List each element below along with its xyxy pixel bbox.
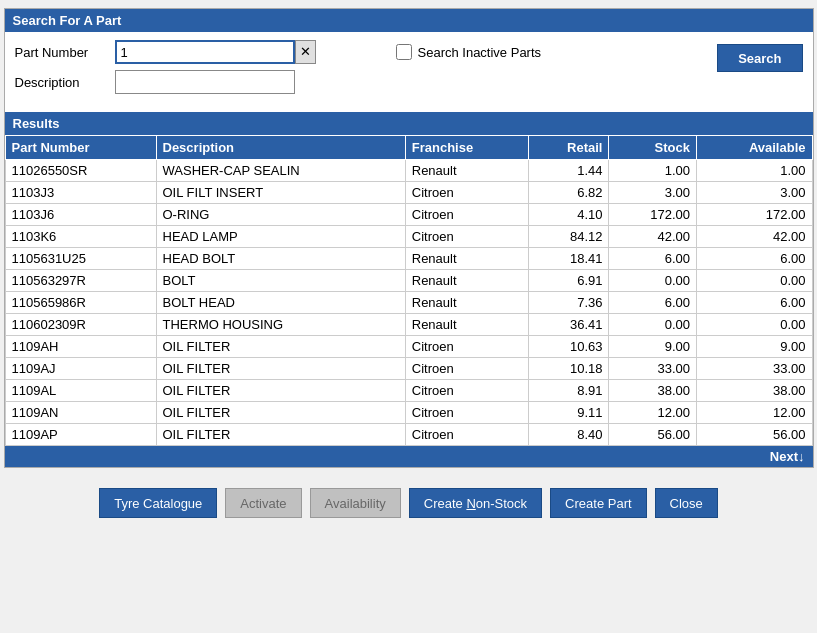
- cell-stock: 0.00: [609, 270, 697, 292]
- results-title: Results: [13, 116, 60, 131]
- cell-franchise: Renault: [405, 248, 528, 270]
- cell-franchise: Citroen: [405, 336, 528, 358]
- cell-available: 12.00: [696, 402, 812, 424]
- cell-description: THERMO HOUSING: [156, 314, 405, 336]
- cell-part-number: 1109AL: [5, 380, 156, 402]
- cell-available: 9.00: [696, 336, 812, 358]
- table-row[interactable]: 110563297R BOLT Renault 6.91 0.00 0.00: [5, 270, 812, 292]
- tyre-catalogue-button[interactable]: Tyre Catalogue: [99, 488, 217, 518]
- cell-part-number: 1103J6: [5, 204, 156, 226]
- search-inactive-checkbox[interactable]: [396, 44, 412, 60]
- panel-title: Search For A Part: [13, 13, 122, 28]
- cell-franchise: Renault: [405, 292, 528, 314]
- cell-part-number: 1105631U25: [5, 248, 156, 270]
- cell-part-number: 110563297R: [5, 270, 156, 292]
- cell-retail: 36.41: [529, 314, 609, 336]
- cell-description: O-RING: [156, 204, 405, 226]
- table-row[interactable]: 1103J6 O-RING Citroen 4.10 172.00 172.00: [5, 204, 812, 226]
- cell-retail: 10.63: [529, 336, 609, 358]
- cell-available: 42.00: [696, 226, 812, 248]
- part-number-input[interactable]: [115, 40, 295, 64]
- cell-part-number: 1109AN: [5, 402, 156, 424]
- cell-description: OIL FILTER: [156, 358, 405, 380]
- cell-available: 3.00: [696, 182, 812, 204]
- panel-header: Search For A Part: [5, 9, 813, 32]
- cell-description: OIL FILTER: [156, 380, 405, 402]
- table-row[interactable]: 1105631U25 HEAD BOLT Renault 18.41 6.00 …: [5, 248, 812, 270]
- cell-description: OIL FILTER: [156, 424, 405, 446]
- next-button[interactable]: Next↓: [5, 446, 813, 467]
- table-row[interactable]: 1109AN OIL FILTER Citroen 9.11 12.00 12.…: [5, 402, 812, 424]
- search-form: Part Number ✕ Search Inactive Parts Desc…: [5, 32, 813, 108]
- cell-description: OIL FILTER: [156, 402, 405, 424]
- col-available: Available: [696, 136, 812, 160]
- cell-franchise: Citroen: [405, 204, 528, 226]
- cell-franchise: Renault: [405, 160, 528, 182]
- search-button[interactable]: Search: [717, 44, 802, 72]
- cell-stock: 3.00: [609, 182, 697, 204]
- cell-available: 6.00: [696, 248, 812, 270]
- clear-part-number-button[interactable]: ✕: [295, 40, 316, 64]
- table-row[interactable]: 110602309R THERMO HOUSING Renault 36.41 …: [5, 314, 812, 336]
- cell-available: 56.00: [696, 424, 812, 446]
- table-row[interactable]: 1109AJ OIL FILTER Citroen 10.18 33.00 33…: [5, 358, 812, 380]
- cell-franchise: Renault: [405, 270, 528, 292]
- table-row[interactable]: 1103J3 OIL FILT INSERT Citroen 6.82 3.00…: [5, 182, 812, 204]
- table-row[interactable]: 1103K6 HEAD LAMP Citroen 84.12 42.00 42.…: [5, 226, 812, 248]
- cell-description: BOLT HEAD: [156, 292, 405, 314]
- cell-retail: 9.11: [529, 402, 609, 424]
- cell-stock: 6.00: [609, 292, 697, 314]
- cell-part-number: 110602309R: [5, 314, 156, 336]
- cell-available: 172.00: [696, 204, 812, 226]
- table-row[interactable]: 11026550SR WASHER-CAP SEALIN Renault 1.4…: [5, 160, 812, 182]
- table-row[interactable]: 1109AH OIL FILTER Citroen 10.63 9.00 9.0…: [5, 336, 812, 358]
- cell-franchise: Renault: [405, 314, 528, 336]
- cell-retail: 4.10: [529, 204, 609, 226]
- cell-available: 33.00: [696, 358, 812, 380]
- cell-franchise: Citroen: [405, 182, 528, 204]
- cell-franchise: Citroen: [405, 380, 528, 402]
- cell-franchise: Citroen: [405, 424, 528, 446]
- cell-available: 38.00: [696, 380, 812, 402]
- table-row[interactable]: 1109AP OIL FILTER Citroen 8.40 56.00 56.…: [5, 424, 812, 446]
- col-part-number: Part Number: [5, 136, 156, 160]
- cell-available: 6.00: [696, 292, 812, 314]
- activate-button: Activate: [225, 488, 301, 518]
- cell-part-number: 11026550SR: [5, 160, 156, 182]
- part-number-label: Part Number: [15, 45, 115, 60]
- cell-stock: 9.00: [609, 336, 697, 358]
- table-row[interactable]: 1109AL OIL FILTER Citroen 8.91 38.00 38.…: [5, 380, 812, 402]
- cell-part-number: 1109AJ: [5, 358, 156, 380]
- cell-stock: 0.00: [609, 314, 697, 336]
- cell-description: BOLT: [156, 270, 405, 292]
- cell-description: HEAD LAMP: [156, 226, 405, 248]
- cell-franchise: Citroen: [405, 226, 528, 248]
- cell-part-number: 1109AH: [5, 336, 156, 358]
- cell-part-number: 1103J3: [5, 182, 156, 204]
- cell-retail: 84.12: [529, 226, 609, 248]
- results-header: Results: [5, 112, 813, 135]
- cell-description: OIL FILTER: [156, 336, 405, 358]
- results-table: Part Number Description Franchise Retail…: [5, 135, 813, 446]
- cell-available: 1.00: [696, 160, 812, 182]
- cell-part-number: 1103K6: [5, 226, 156, 248]
- cell-franchise: Citroen: [405, 402, 528, 424]
- cell-stock: 6.00: [609, 248, 697, 270]
- table-header-row: Part Number Description Franchise Retail…: [5, 136, 812, 160]
- cell-retail: 1.44: [529, 160, 609, 182]
- col-description: Description: [156, 136, 405, 160]
- close-button[interactable]: Close: [655, 488, 718, 518]
- cell-retail: 8.91: [529, 380, 609, 402]
- create-non-stock-button[interactable]: Create Non-Stock: [409, 488, 542, 518]
- cell-description: HEAD BOLT: [156, 248, 405, 270]
- cell-stock: 12.00: [609, 402, 697, 424]
- cell-retail: 6.91: [529, 270, 609, 292]
- description-input[interactable]: [115, 70, 295, 94]
- availability-button: Availability: [310, 488, 401, 518]
- cell-stock: 38.00: [609, 380, 697, 402]
- create-part-button[interactable]: Create Part: [550, 488, 646, 518]
- table-row[interactable]: 110565986R BOLT HEAD Renault 7.36 6.00 6…: [5, 292, 812, 314]
- cell-description: WASHER-CAP SEALIN: [156, 160, 405, 182]
- cell-retail: 18.41: [529, 248, 609, 270]
- cell-available: 0.00: [696, 270, 812, 292]
